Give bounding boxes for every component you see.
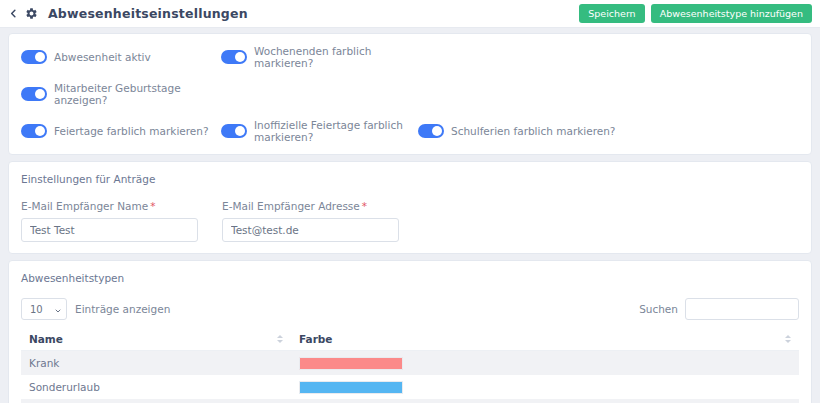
section-title: Einstellungen für Anträge (21, 173, 799, 185)
sort-icon (277, 335, 283, 343)
toggle-holidays-color[interactable] (21, 124, 47, 138)
toggle-absence-active[interactable] (21, 50, 47, 64)
topbar: Abwesenheitseinstellungen Speichern Abwe… (0, 0, 820, 28)
toggle-label: Abwesenheit aktiv (54, 51, 151, 63)
page-length-label: Einträge anzeigen (75, 303, 170, 315)
gear-icon[interactable] (25, 7, 38, 20)
type-color-cell (291, 357, 799, 370)
absence-types-table: Name Farbe Krank Sonderurlaub (21, 327, 799, 403)
column-header-name[interactable]: Name (21, 333, 291, 345)
color-swatch (299, 381, 403, 394)
toggles-card: Abwesenheit aktiv Wochenenden farblich m… (8, 33, 812, 155)
toggle-row-unofficial-holidays-color: Inoffizielle Feiertage farblich markiere… (221, 119, 418, 143)
email-recipient-name-field: E-Mail Empfänger Name* (21, 200, 198, 242)
search-label: Suchen (639, 303, 678, 315)
table-header-row: Name Farbe (21, 327, 799, 351)
toggle-school-holidays-color[interactable] (418, 124, 444, 138)
type-color-cell (291, 381, 799, 394)
search-input[interactable] (685, 298, 799, 320)
page-title: Abwesenheitseinstellungen (48, 6, 248, 21)
table-row-krank[interactable]: Krank (21, 351, 799, 375)
toggle-label: Wochenenden farblich markieren? (254, 45, 418, 69)
type-name-cell: Sonderurlaub (21, 381, 291, 393)
add-absence-type-button[interactable]: Abwesenheitstype hinzufügen (651, 4, 812, 23)
table-row-urlaub[interactable]: Urlaub (21, 399, 799, 403)
toggle-weekends-color[interactable] (221, 50, 247, 64)
back-chevron-icon[interactable] (8, 8, 19, 19)
toggle-row-birthdays: Mitarbeiter Geburtstage anzeigen? (21, 82, 221, 106)
content: Abwesenheit aktiv Wochenenden farblich m… (0, 28, 820, 403)
toggle-row-school-holidays-color: Schulferien farblich markieren? (418, 119, 799, 143)
page-length-select[interactable]: 10 (21, 298, 67, 320)
field-label: E-Mail Empfänger Adresse* (222, 200, 399, 212)
search-control: Suchen (639, 298, 799, 320)
email-recipient-name-input[interactable] (21, 218, 198, 242)
color-swatch (299, 357, 403, 370)
toggle-row-weekends-color: Wochenenden farblich markieren? (221, 45, 418, 69)
toggle-birthdays[interactable] (21, 87, 47, 101)
absence-types-card: Abwesenheitstypen 10 Einträge anzeigen S… (8, 260, 812, 403)
toggle-label: Inoffizielle Feiertage farblich markiere… (254, 119, 418, 143)
request-settings-card: Einstellungen für Anträge E-Mail Empfäng… (8, 161, 812, 254)
page-length-control: 10 Einträge anzeigen (21, 298, 170, 320)
toggle-label: Mitarbeiter Geburtstage anzeigen? (54, 82, 221, 106)
email-recipient-address-input[interactable] (222, 218, 399, 242)
save-button[interactable]: Speichern (579, 4, 644, 23)
column-header-farbe[interactable]: Farbe (291, 333, 799, 345)
required-asterisk: * (362, 200, 367, 212)
toggle-label: Feiertage farblich markieren? (54, 125, 209, 137)
section-title: Abwesenheitstypen (21, 272, 799, 284)
toggle-label: Schulferien farblich markieren? (451, 125, 615, 137)
table-row-sonderurlaub[interactable]: Sonderurlaub (21, 375, 799, 399)
required-asterisk: * (150, 200, 155, 212)
toggle-unofficial-holidays-color[interactable] (221, 124, 247, 138)
email-recipient-address-field: E-Mail Empfänger Adresse* (222, 200, 399, 242)
toggle-row-absence-active: Abwesenheit aktiv (21, 45, 221, 69)
sort-icon (785, 335, 791, 343)
toggle-row-holidays-color: Feiertage farblich markieren? (21, 119, 221, 143)
field-label: E-Mail Empfänger Name* (21, 200, 198, 212)
type-name-cell: Krank (21, 357, 291, 369)
